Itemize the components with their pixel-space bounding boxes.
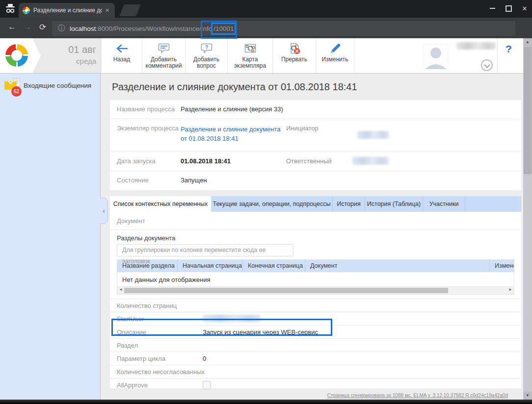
tab-title: Разделение и слияние док [33,7,102,14]
document-sections-title: Разделы документа [117,234,514,242]
window-bottom-edge [0,400,532,404]
back-button[interactable]: Назад [101,38,142,73]
maximize-icon [505,5,512,12]
comment-bubble-icon [158,42,170,55]
sidebar: 62 Входящие сообщения [0,74,101,400]
scroll-up-icon[interactable]: ▲ [523,38,532,46]
browser-back-icon[interactable]: ← [8,22,16,32]
date-day: 01 авг [68,44,96,55]
column-header-section-name[interactable]: Название раздела [117,260,177,272]
elma-logo[interactable] [5,44,28,67]
sidebar-item-label: Входящие сообщения [24,82,91,89]
user-menu-chevron-icon[interactable] [481,59,493,71]
h-scrollbar-thumb[interactable] [124,288,448,293]
field-row-unapproved-count: Количество несогласованных [110,365,521,378]
column-header-document[interactable]: Документ [305,260,489,272]
action-toolbar: Назад Добавить комментарий [101,38,354,73]
field-row-allapprove: AllApprove [110,378,521,394]
scroll-down-icon[interactable]: ▼ [523,392,532,400]
field-row-page-count: Количество страниц [110,299,521,312]
url-highlighted-segment: /10001 [213,25,234,32]
scroll-right-icon[interactable]: ► [508,287,512,292]
sidebar-collapse-handle[interactable]: ‹ [100,198,108,224]
column-header-end-page[interactable]: Конечная страница [242,260,305,272]
field-row-description: Описание Запуск из сценария через WEB-се… [110,325,521,338]
field-row-section: Раздел [110,338,521,352]
context-fields-list: Количество страниц StartUser Описание За… [117,299,514,394]
column-header-modified-document[interactable]: Измененный доку [489,260,514,272]
vertical-scrollbar[interactable]: ▲ ▼ [523,38,532,400]
logo-zone [0,38,32,73]
table-horizontal-scrollbar[interactable]: ◄ ► [117,286,514,294]
field-row-cycle-parameter: Параметр цикла 0 [110,352,521,365]
page-info-icon[interactable]: ⓘ [58,24,65,33]
no-data-row: Нет данных для отображения [117,272,514,286]
minimize-icon [490,8,495,9]
browser-titlebar: Разделение и слияние док ✕ ✕ [0,0,532,18]
user-zone [352,38,498,73]
question-bubble-icon: ? [200,42,213,55]
screen: Разделение и слияние док ✕ ✕ ← → ⟳ ☆ ⋮ ⓘ… [0,0,532,404]
svg-text:?: ? [205,44,208,50]
field-document-label: Документ [110,212,521,230]
pencil-icon [329,42,342,55]
sections-table-header: Название раздела Начальная страница Коне… [117,260,514,272]
help-button[interactable]: ? [505,43,512,55]
back-arrow-icon [115,42,128,55]
window-close-button[interactable]: ✕ [517,3,532,14]
detail-row-process-name: Название процесса Разделение и слияние (… [110,100,521,119]
redacted-initiator [357,131,389,139]
url-host: localhost [70,25,96,32]
tab-history[interactable]: История [333,196,365,212]
redacted-user-name [456,42,496,50]
app-header: 01 авг среда Назад Д [0,38,523,74]
detail-row-state: Состояние Запущен [110,171,521,190]
url-path: :8000/Processes/WorkflowInstance/Info [96,25,212,32]
date-block: 01 авг среда [32,38,101,73]
context-variables-panel: Документ Разделы документа Для группиров… [110,212,521,388]
detail-row-instance: Экземпляр процесса Разделение и слияние … [110,119,521,152]
redacted-startuser-value [203,315,261,322]
date-weekday: среда [76,57,96,65]
process-details-card: Название процесса Разделение и слияние (… [110,100,521,190]
field-row-startuser: StartUser [110,312,521,325]
redacted-responsible [352,157,389,165]
add-comment-button[interactable]: Добавить комментарий [142,38,186,73]
sections-table: Название раздела Начальная страница Коне… [117,259,514,295]
incognito-icon [4,3,16,14]
instance-link[interactable]: Разделение и слияние документа от 01.08.… [181,125,281,143]
address-bar[interactable]: ⓘ localhost:8000/Processes/WorkflowInsta… [52,21,515,36]
process-map-icon [243,42,257,55]
edit-button[interactable]: Изменить [316,38,354,73]
page-title: Разделение и слияние документа от 01.08.… [112,81,357,93]
unread-count-badge: 62 [11,86,22,97]
interrupt-document-icon [288,42,301,55]
page-generation-status: Страница сгенерирована за 1088 мс. ELMA … [196,393,508,398]
instance-map-button[interactable]: Карта экземпляра [228,38,273,73]
tab-participants[interactable]: Участники [423,196,465,212]
tab-favicon-elma-logo [23,7,30,14]
tab-context-variables[interactable]: Список контекстных переменных [110,196,211,212]
browser-reload-icon[interactable]: ⟳ [39,22,46,32]
column-header-start-page[interactable]: Начальная страница [177,260,242,272]
user-avatar[interactable] [424,44,448,69]
group-by-drop-zone[interactable]: Для группировки по колонке переместите с… [117,244,293,256]
tab-strip: Список контекстных переменных Текущие за… [110,196,521,212]
tab-close-icon[interactable]: ✕ [105,7,109,14]
interrupt-button[interactable]: Прервать [273,38,316,73]
tab-current-tasks[interactable]: Текущие задачи, операции, подпроцессы [211,196,333,212]
window-maximize-button[interactable] [501,3,516,14]
new-tab-button[interactable] [119,4,141,16]
add-question-button[interactable]: ? Добавить вопрос [186,38,228,73]
sidebar-item-inbox[interactable]: 62 Входящие сообщения [0,74,100,98]
tab-history-table[interactable]: История (Таблица) [365,196,423,212]
scroll-left-icon[interactable]: ◄ [119,287,123,292]
v-scrollbar-thumb[interactable] [524,47,532,174]
detail-row-start-date: Дата запуска 01.08.2018 18:41 Ответствен… [110,152,521,171]
window-minimize-button[interactable] [485,3,500,14]
browser-tab[interactable]: Разделение и слияние док ✕ [19,3,115,18]
browser-forward-icon[interactable]: → [24,22,32,32]
allapprove-checkbox[interactable] [203,381,211,389]
